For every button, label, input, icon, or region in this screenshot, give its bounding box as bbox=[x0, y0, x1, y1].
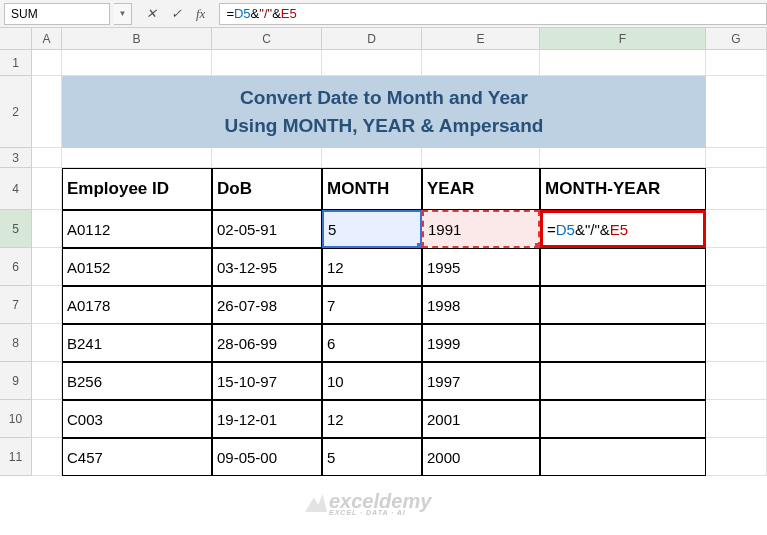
row-header-7[interactable]: 7 bbox=[0, 286, 32, 324]
cell[interactable] bbox=[706, 168, 767, 210]
cell-month[interactable]: 6 bbox=[322, 324, 422, 362]
cell[interactable] bbox=[422, 148, 540, 168]
formula-input[interactable]: =D5&"/"&E5 bbox=[219, 3, 767, 25]
cell[interactable] bbox=[540, 50, 706, 76]
cell-year[interactable]: 1997 bbox=[422, 362, 540, 400]
cell-dob[interactable]: 26-07-98 bbox=[212, 286, 322, 324]
cell[interactable] bbox=[706, 362, 767, 400]
cell-id[interactable]: C003 bbox=[62, 400, 212, 438]
row-header-4[interactable]: 4 bbox=[0, 168, 32, 210]
cell[interactable] bbox=[706, 248, 767, 286]
col-header-a[interactable]: A bbox=[32, 28, 62, 49]
cell-year[interactable]: 2000 bbox=[422, 438, 540, 476]
cell-dob[interactable]: 19-12-01 bbox=[212, 400, 322, 438]
col-header-d[interactable]: D bbox=[322, 28, 422, 49]
cell-year[interactable]: 1995 bbox=[422, 248, 540, 286]
name-box-dropdown[interactable]: ▼ bbox=[114, 3, 132, 25]
title-line2: Using MONTH, YEAR & Ampersand bbox=[225, 112, 544, 141]
header-employee-id[interactable]: Employee ID bbox=[62, 168, 212, 210]
cell-year[interactable]: 2001 bbox=[422, 400, 540, 438]
row-header-8[interactable]: 8 bbox=[0, 324, 32, 362]
enter-icon[interactable]: ✓ bbox=[171, 6, 182, 21]
col-header-e[interactable]: E bbox=[422, 28, 540, 49]
cell-month[interactable]: 12 bbox=[322, 400, 422, 438]
cell[interactable] bbox=[32, 362, 62, 400]
cell-month[interactable]: 12 bbox=[322, 248, 422, 286]
header-month-year[interactable]: MONTH-YEAR bbox=[540, 168, 706, 210]
name-box[interactable]: SUM bbox=[4, 3, 110, 25]
cell[interactable] bbox=[540, 148, 706, 168]
cell-dob[interactable]: 03-12-95 bbox=[212, 248, 322, 286]
cell-month[interactable]: 7 bbox=[322, 286, 422, 324]
cell-year[interactable]: 1999 bbox=[422, 324, 540, 362]
cell[interactable] bbox=[32, 148, 62, 168]
select-all-corner[interactable] bbox=[0, 28, 32, 49]
col-header-f[interactable]: F bbox=[540, 28, 706, 49]
cell[interactable] bbox=[706, 148, 767, 168]
col-header-b[interactable]: B bbox=[62, 28, 212, 49]
cell-dob[interactable]: 02-05-91 bbox=[212, 210, 322, 248]
cell-month-year[interactable] bbox=[540, 324, 706, 362]
cell[interactable] bbox=[706, 438, 767, 476]
cell[interactable] bbox=[322, 50, 422, 76]
cell-d5-referenced[interactable]: 5 bbox=[322, 210, 422, 248]
cell[interactable] bbox=[32, 210, 62, 248]
cell[interactable] bbox=[706, 50, 767, 76]
cell[interactable] bbox=[32, 286, 62, 324]
col-header-g[interactable]: G bbox=[706, 28, 767, 49]
cell[interactable] bbox=[32, 438, 62, 476]
cell-id[interactable]: A0178 bbox=[62, 286, 212, 324]
cell-e5-referenced[interactable]: 1991 bbox=[422, 210, 540, 248]
cell[interactable] bbox=[212, 50, 322, 76]
fx-icon[interactable]: fx bbox=[196, 6, 205, 22]
row-header-10[interactable]: 10 bbox=[0, 400, 32, 438]
table-row: 10 C003 19-12-01 12 2001 bbox=[0, 400, 767, 438]
row-header-5[interactable]: 5 bbox=[0, 210, 32, 248]
cell-month-year[interactable] bbox=[540, 400, 706, 438]
cell-dob[interactable]: 28-06-99 bbox=[212, 324, 322, 362]
cell[interactable] bbox=[706, 324, 767, 362]
cell[interactable] bbox=[32, 324, 62, 362]
cell[interactable] bbox=[322, 148, 422, 168]
row-header-3[interactable]: 3 bbox=[0, 148, 32, 168]
cell-year[interactable]: 1998 bbox=[422, 286, 540, 324]
cell[interactable] bbox=[32, 76, 62, 148]
header-year[interactable]: YEAR bbox=[422, 168, 540, 210]
cell-month[interactable]: 5 bbox=[322, 438, 422, 476]
cell[interactable] bbox=[706, 400, 767, 438]
cell-month[interactable]: 10 bbox=[322, 362, 422, 400]
cell[interactable] bbox=[32, 400, 62, 438]
cell[interactable] bbox=[422, 50, 540, 76]
row-header-11[interactable]: 11 bbox=[0, 438, 32, 476]
cell-id[interactable]: C457 bbox=[62, 438, 212, 476]
cell[interactable] bbox=[32, 168, 62, 210]
cell[interactable] bbox=[62, 50, 212, 76]
cell-dob[interactable]: 15-10-97 bbox=[212, 362, 322, 400]
cell[interactable] bbox=[706, 210, 767, 248]
cell-id[interactable]: A0152 bbox=[62, 248, 212, 286]
cell-month-year[interactable] bbox=[540, 248, 706, 286]
row-header-9[interactable]: 9 bbox=[0, 362, 32, 400]
title-merged-cell[interactable]: Convert Date to Month and Year Using MON… bbox=[62, 76, 706, 148]
row-header-2[interactable]: 2 bbox=[0, 76, 32, 148]
row-header-6[interactable]: 6 bbox=[0, 248, 32, 286]
cell-month-year[interactable] bbox=[540, 286, 706, 324]
cell-month-year[interactable] bbox=[540, 438, 706, 476]
header-dob[interactable]: DoB bbox=[212, 168, 322, 210]
cell[interactable] bbox=[706, 286, 767, 324]
cancel-icon[interactable]: ✕ bbox=[146, 6, 157, 21]
row-header-1[interactable]: 1 bbox=[0, 50, 32, 76]
cell-id[interactable]: B256 bbox=[62, 362, 212, 400]
cell[interactable] bbox=[212, 148, 322, 168]
cell[interactable] bbox=[32, 248, 62, 286]
cell-dob[interactable]: 09-05-00 bbox=[212, 438, 322, 476]
header-month[interactable]: MONTH bbox=[322, 168, 422, 210]
cell[interactable] bbox=[32, 50, 62, 76]
cell[interactable] bbox=[706, 76, 767, 148]
cell-month-year[interactable] bbox=[540, 362, 706, 400]
cell[interactable] bbox=[62, 148, 212, 168]
cell-id[interactable]: A0112 bbox=[62, 210, 212, 248]
cell-f5-editing[interactable]: =D5&"/"&E5 bbox=[540, 210, 706, 248]
col-header-c[interactable]: C bbox=[212, 28, 322, 49]
cell-id[interactable]: B241 bbox=[62, 324, 212, 362]
